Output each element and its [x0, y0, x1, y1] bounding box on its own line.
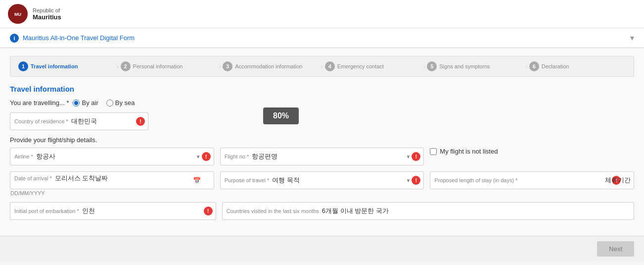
step-4[interactable]: 4 Emergency contact	[325, 61, 421, 71]
date-purpose-stay-row: Date of arrival * 모리서스 도착날짜 📅 DD/MM/YYYY…	[10, 171, 634, 196]
flight-not-listed-wrap: My flight is not listed	[430, 148, 634, 155]
airline-dropdown-icon: ▼	[196, 154, 201, 159]
countries-input[interactable]: Countries visited in the last six months…	[222, 202, 634, 220]
step-1[interactable]: 1 Travel information	[18, 61, 115, 71]
airline-flight-row: Airline * 항공사 ▼ ! Flight no * 항공편명 ▼ ! M…	[10, 148, 634, 165]
flight-no-label: Flight no *	[225, 154, 249, 159]
header: MU Republic of Mauritius	[0, 0, 644, 28]
airline-error-icon: !	[202, 152, 211, 161]
port-input[interactable]: Initial port of embarkation * 인천 !	[10, 202, 216, 220]
step-4-label: Emergency contact	[337, 63, 384, 69]
calendar-icon: 📅	[193, 177, 201, 184]
flight-no-value: 항공편명	[252, 152, 277, 161]
info-icon: i	[10, 34, 19, 43]
step-2-number: 2	[121, 61, 131, 71]
airline-input[interactable]: Airline * 항공사 ▼ !	[10, 148, 214, 165]
purpose-label: Purpose of travel *	[225, 177, 270, 183]
country-input-box[interactable]: Country of residence * 대한민국 !	[10, 112, 148, 130]
step-3[interactable]: 3 Accommodation information	[223, 61, 319, 71]
date-label: Date of arrival *	[14, 175, 52, 181]
flight-no-input[interactable]: Flight no * 항공편명 ▼ !	[220, 148, 424, 165]
banner-title: Mauritius All-in-One Travel Digital Form	[23, 34, 135, 42]
step-2[interactable]: 2 Personal information	[121, 61, 217, 71]
purpose-dropdown-icon: ▼	[406, 178, 411, 183]
by-air-option[interactable]: By air	[73, 99, 98, 106]
by-sea-option[interactable]: By sea	[106, 99, 135, 106]
port-countries-row: Initial port of embarkation * 인천 ! Count…	[10, 202, 634, 220]
chevron-down-icon[interactable]: ▾	[630, 33, 634, 43]
travelling-label: You are travelling... *	[10, 99, 69, 106]
step-6-number: 6	[529, 61, 539, 71]
port-field-wrap: Initial port of embarkation * 인천 !	[10, 202, 216, 220]
bottom-bar: Next	[0, 236, 644, 262]
step-6[interactable]: 6 Declaration	[529, 61, 626, 71]
countries-field-wrap: Countries visited in the last six months…	[222, 202, 634, 220]
port-label: Initial port of embarkation *	[14, 208, 79, 214]
header-logo: MU	[8, 4, 28, 24]
purpose-input[interactable]: Purpose of travel * 여행 목적 ▼ !	[220, 171, 424, 189]
country-row: Country of residence * 대한민국 ! 80%	[10, 112, 634, 130]
stay-label: Proposed length of stay (in days) *	[434, 177, 517, 183]
travelling-group: You are travelling... * By air By sea	[10, 99, 634, 106]
countries-value: 6개월 이내 방문한 국가	[322, 207, 389, 215]
flight-not-listed-checkbox[interactable]	[430, 148, 437, 155]
country-label: Country of residence *	[14, 118, 68, 124]
step-5-label: Signs and symptoms	[439, 63, 490, 69]
country-field-wrap: Country of residence * 대한민국 !	[10, 112, 148, 130]
step-divider-3: ›	[321, 64, 322, 69]
by-air-radio[interactable]	[73, 100, 80, 106]
step-2-label: Personal information	[133, 63, 183, 69]
step-divider-4: ›	[423, 64, 425, 69]
step-3-label: Accommodation information	[235, 63, 302, 69]
port-value: 인천	[82, 207, 95, 215]
provide-details-label: Provide your flight/ship details.	[10, 136, 634, 144]
stay-input[interactable]: Proposed length of stay (in days) * ! 체류…	[430, 171, 634, 189]
stay-field-wrap: Proposed length of stay (in days) * ! 체류…	[430, 171, 634, 189]
step-3-number: 3	[223, 61, 232, 71]
port-error-icon: !	[204, 207, 213, 215]
by-air-label: By air	[82, 99, 98, 106]
country-error-icon: !	[136, 117, 145, 126]
by-sea-radio[interactable]	[106, 100, 113, 106]
date-field-wrap: Date of arrival * 모리서스 도착날짜 📅 DD/MM/YYYY	[10, 171, 214, 196]
countries-label: Countries visited in the last six months	[227, 208, 319, 214]
by-sea-label: By sea	[115, 99, 135, 106]
step-1-number: 1	[18, 61, 28, 71]
step-6-label: Declaration	[542, 63, 569, 69]
step-divider-1: ›	[117, 64, 118, 69]
purpose-field-wrap: Purpose of travel * 여행 목적 ▼ !	[220, 171, 424, 189]
date-hint: DD/MM/YYYY	[10, 190, 214, 196]
purpose-error-icon: !	[412, 176, 420, 185]
date-value: 모리서스 도착날짜	[55, 174, 108, 183]
banner: i Mauritius All-in-One Travel Digital Fo…	[0, 28, 644, 48]
airline-label: Airline *	[14, 154, 33, 159]
step-divider-2: ›	[219, 64, 221, 69]
airline-value: 항공사	[36, 152, 55, 161]
main-content: 1 Travel information › 2 Personal inform…	[0, 48, 644, 236]
progress-bubble: 80%	[263, 107, 299, 124]
flight-no-error-icon: !	[412, 152, 420, 161]
travel-mode-radio[interactable]: By air By sea	[73, 99, 135, 106]
next-button[interactable]: Next	[597, 241, 634, 257]
date-input[interactable]: Date of arrival * 모리서스 도착날짜 📅	[10, 171, 214, 189]
flight-no-field-wrap: Flight no * 항공편명 ▼ !	[220, 148, 424, 165]
svg-text:MU: MU	[14, 12, 21, 17]
step-1-label: Travel information	[31, 63, 78, 69]
stay-value: 체류기간	[605, 176, 631, 185]
country-value: 대한민국	[71, 117, 97, 126]
step-4-number: 4	[325, 61, 335, 71]
step-5[interactable]: 5 Signs and symptoms	[427, 61, 523, 71]
progress-area: 80%	[154, 112, 634, 130]
purpose-value: 여행 목적	[272, 176, 300, 185]
airline-field-wrap: Airline * 항공사 ▼ !	[10, 148, 214, 165]
step-divider-5: ›	[525, 64, 527, 69]
step-indicator: 1 Travel information › 2 Personal inform…	[10, 56, 634, 77]
flight-no-dropdown-icon: ▼	[406, 154, 411, 159]
flight-not-listed-label: My flight is not listed	[440, 148, 498, 155]
step-5-number: 5	[427, 61, 437, 71]
section-title: Travel information	[10, 85, 634, 93]
header-title: Republic of Mauritius	[33, 7, 61, 21]
flight-not-listed-row[interactable]: My flight is not listed	[430, 148, 498, 155]
